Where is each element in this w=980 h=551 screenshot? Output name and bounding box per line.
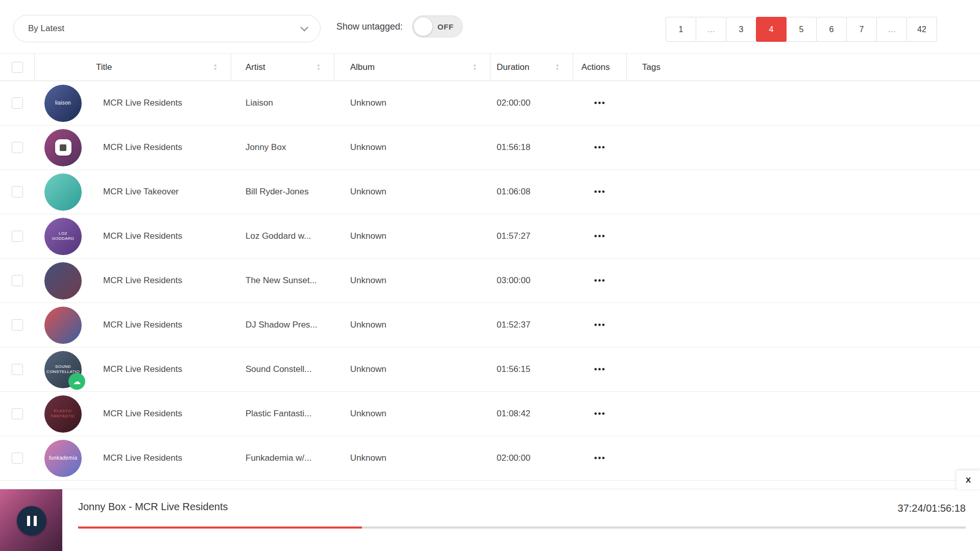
toolbar: By Latest Show untagged: OFF 1 … 3 4 5 6… [0,0,980,53]
row-checkbox[interactable] [12,364,23,375]
table-row: MCR Live Residents The New Sunset... Unk… [0,259,980,303]
show-untagged-toggle[interactable]: OFF [412,15,463,38]
row-artist: The New Sunset... [231,276,334,286]
pause-icon [27,516,30,526]
thumb-text [44,262,82,299]
album-art-thumbnail[interactable]: LOZ GODDARD [44,218,82,255]
row-artist: Plastic Fantasti... [231,409,334,419]
row-artist: Bill Ryder-Jones [231,187,334,197]
page-button-6[interactable]: 6 [816,17,847,42]
table-row: LOZ GODDARD MCR Live Residents Loz Godda… [0,214,980,259]
sort-duration-icon[interactable]: ▲▼ [555,63,559,71]
album-art-thumbnail[interactable] [44,307,82,344]
row-artist: Jonny Box [231,142,334,153]
row-checkbox[interactable] [12,275,23,286]
row-checkbox[interactable] [12,142,23,153]
album-art-thumbnail[interactable]: SOUND CONSTELLATIO ☁ [44,351,82,388]
row-album: Unknown [334,187,491,197]
player-close-button[interactable]: X [957,470,980,489]
row-duration: 01:56:18 [491,142,573,153]
album-art-thumbnail[interactable] [44,129,82,166]
row-checkbox[interactable] [12,186,23,197]
player-progress-bar[interactable] [78,527,966,529]
sort-artist-icon[interactable]: ▲▼ [316,63,321,71]
page-button-7[interactable]: 7 [846,17,877,42]
row-album: Unknown [334,409,491,419]
page-button-3[interactable]: 3 [726,17,756,42]
page-button-4-active[interactable]: 4 [756,17,787,42]
header-tags: Tags [642,62,660,72]
row-album: Unknown [334,276,491,286]
page-button-42[interactable]: 42 [906,17,937,42]
row-actions-menu-icon[interactable]: ••• [594,320,606,330]
row-actions-menu-icon[interactable]: ••• [594,454,606,463]
pause-icon [34,516,37,526]
player-bar: X Jonny Box - MCR Live Residents 37:24/0… [0,489,980,551]
player-time: 37:24/01:56:18 [898,503,966,514]
thumb-text [44,307,82,344]
header-title: Title [96,62,112,72]
row-checkbox[interactable] [12,408,23,419]
row-artist: DJ Shadow Pres... [231,320,334,330]
row-title: MCR Live Residents [103,276,182,286]
row-title: MCR Live Residents [103,453,182,463]
page-button-1[interactable]: 1 [666,17,696,42]
row-duration: 01:56:15 [491,364,573,374]
row-actions-menu-icon[interactable]: ••• [594,409,606,418]
table-row: MCR Live Residents DJ Shadow Pres... Unk… [0,303,980,347]
show-untagged-label: Show untagged: [336,21,403,32]
player-track-title: Jonny Box - MCR Live Residents [78,501,228,513]
album-art-thumbnail[interactable]: liaison [44,85,82,122]
row-checkbox[interactable] [12,231,23,242]
header-artist: Artist [246,62,265,72]
thumb-text: funkademia [44,440,82,477]
sort-dropdown[interactable]: By Latest [13,15,321,42]
chevron-down-icon [301,23,309,31]
row-album: Unknown [334,364,491,374]
page-ellipsis: … [696,17,726,42]
page-button-5[interactable]: 5 [786,17,817,42]
row-title: MCR Live Residents [103,320,182,330]
table-row: MCR Live Residents Jonny Box Unknown 01:… [0,126,980,170]
header-album: Album [350,62,375,72]
row-actions-menu-icon[interactable]: ••• [594,143,606,152]
row-actions-menu-icon[interactable]: ••• [594,232,606,241]
album-art-thumbnail[interactable] [44,173,82,211]
thumb-text: LOZ GODDARD [44,218,82,255]
row-title: MCR Live Residents [103,142,182,153]
sort-album-icon[interactable]: ▲▼ [473,63,477,71]
sort-dropdown-label: By Latest [28,23,64,34]
stop-icon[interactable] [55,139,71,156]
row-album: Unknown [334,231,491,241]
thumb-text: liaison [44,85,82,122]
album-art-thumbnail[interactable] [44,262,82,299]
table-row: funkademia MCR Live Residents Funkademia… [0,436,980,481]
row-duration: 03:00:00 [491,276,573,286]
row-duration: 01:06:08 [491,187,573,197]
table-row: liaison MCR Live Residents Liaison Unkno… [0,81,980,126]
row-actions-menu-icon[interactable]: ••• [594,98,606,108]
row-checkbox[interactable] [12,453,23,464]
row-actions-menu-icon[interactable]: ••• [594,187,606,196]
select-all-checkbox[interactable] [12,62,23,73]
header-duration: Duration [497,62,529,72]
row-artist: Liaison [231,98,334,108]
row-album: Unknown [334,320,491,330]
row-actions-menu-icon[interactable]: ••• [594,365,606,374]
sort-title-icon[interactable]: ▲▼ [213,63,217,71]
thumb-text [44,173,82,211]
row-checkbox[interactable] [12,319,23,331]
row-title: MCR Live Residents [103,364,182,374]
row-actions-menu-icon[interactable]: ••• [594,276,606,285]
row-duration: 01:57:27 [491,231,573,241]
album-art-thumbnail[interactable]: funkademia [44,440,82,477]
thumb-text: PLASTIC FANTASTIC [44,395,82,433]
header-actions: Actions [581,62,610,72]
pause-button[interactable] [17,506,46,536]
row-artist: Loz Goddard w... [231,231,334,241]
row-checkbox[interactable] [12,97,23,109]
player-progress-fill [78,527,362,529]
album-art-thumbnail[interactable]: PLASTIC FANTASTIC [44,395,82,433]
cloud-upload-icon: ☁ [68,373,85,390]
table-row: MCR Live Takeover Bill Ryder-Jones Unkno… [0,170,980,214]
